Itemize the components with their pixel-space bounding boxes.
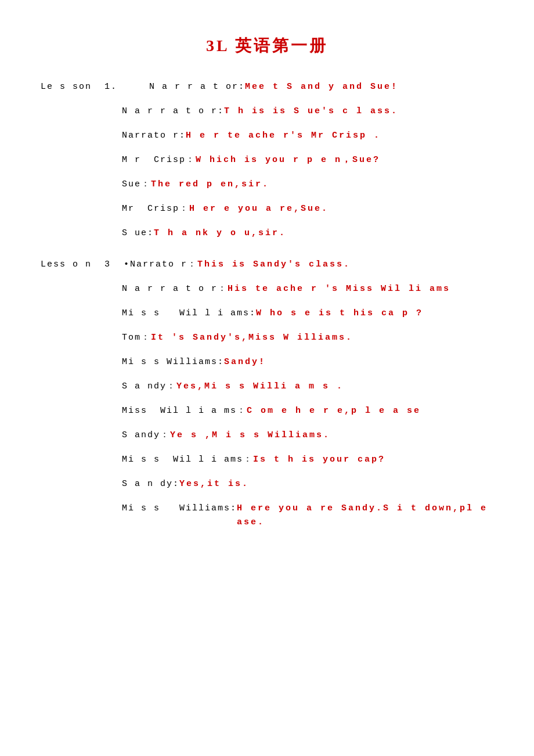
lesson3-line9-label: S a n dy: [122,477,179,491]
lesson1-block: Le s son 1. N a r r a t or: Mee t S and … [41,80,493,240]
lesson3-line-3: Tom： It 's Sandy's,Miss W illiams. [122,331,493,345]
lesson3-line7-text: Ye s ,M i s s Williams. [170,429,330,442]
lesson1-line4-label: Sue： [122,178,151,192]
lesson3-line10-text: H ere you a re Sandy.S i t down,pl e ase… [237,502,493,530]
lesson3-line6-text: C om e h e r e,p l e a se [247,404,421,418]
lesson1-line-1: N a r r a t o r: T h is is S ue's c l as… [122,105,493,118]
lesson3-line5-label: S a ndy： [122,380,176,394]
lesson3-line8-label: Mi s s Wil l i ams： [122,453,253,467]
lesson3-line3-text: It 's Sandy's,Miss W illiams. [151,331,353,345]
lesson3-line7-label: S andy： [122,429,170,442]
lesson3-line6-label: Miss Wil l i a ms： [122,404,247,418]
lesson3-line2-text: W ho s e is t his ca p ? [256,307,423,321]
lesson1-line5-label: Mr Crisp： [122,202,189,216]
lesson3-line-5: S a ndy： Yes,Mi s s Willi a m s . [122,380,493,394]
lesson1-line5-text: H er e you a re,Sue. [189,202,329,216]
lesson3-block: Less o n 3 •Narrato r： This is Sandy's c… [41,258,493,530]
lesson3-line8-text: Is t h is your cap? [253,453,385,467]
lesson3-line1-text: His te ache r 's Miss Wil li ams [228,282,450,296]
lesson1-lines: N a r r a t o r: T h is is S ue's c l as… [41,105,493,240]
lesson1-line-2: Narrato r: H e r te ache r's Mr Crisp . [122,129,493,143]
lesson1-line3-label: M r Crisp： [122,153,196,167]
lesson3-line-10: Mi s s Williams: H ere you a re Sandy.S … [122,502,493,530]
lesson3-line-8: Mi s s Wil l i ams： Is t h is your cap? [122,453,493,467]
lesson1-line4-text: The red p en,sir. [151,178,269,192]
lesson3-header: Less o n 3 •Narrato r： This is Sandy's c… [41,258,493,272]
lesson1-label: Le s son 1. N a r r a t or: [41,80,245,94]
lesson1-line6-text: T h a nk y o u,sir. [154,226,286,240]
lesson3-header-text: This is Sandy's class. [197,258,351,272]
lesson1-line-6: S ue: T h a nk y o u,sir. [122,226,493,240]
lesson1-header: Le s son 1. N a r r a t or: Mee t S and … [41,80,493,94]
lesson1-line6-label: S ue: [122,226,154,240]
lesson3-line-4: Mi s s Williams: Sandy! [122,355,493,369]
lesson3-line5-text: Yes,Mi s s Willi a m s . [176,380,344,394]
page-title: 3L 英语第一册 [41,35,493,57]
lesson3-line4-text: Sandy! [224,355,266,369]
lesson3-line4-label: Mi s s Williams: [122,355,224,369]
lesson3-line9-text: Yes,it is. [179,477,249,491]
lesson3-line-7: S andy： Ye s ,M i s s Williams. [122,429,493,442]
lesson1-line1-label: N a r r a t o r: [122,105,224,118]
lesson3-line2-label: Mi s s Wil l i ams: [122,307,256,321]
lesson1-line1-text: T h is is S ue's c l ass. [224,105,398,118]
lesson3-line1-label: N a r r a t o r： [122,282,228,296]
lesson3-line-2: Mi s s Wil l i ams: W ho s e is t his ca… [122,307,493,321]
lesson3-line3-label: Tom： [122,331,151,345]
lesson3-line-9: S a n dy: Yes,it is. [122,477,493,491]
lesson1-line-3: M r Crisp： W hich is you r p e n，Sue? [122,153,493,167]
lesson1-header-text: Mee t S and y and Sue! [245,80,398,94]
lesson3-line10-label: Mi s s Williams: [122,502,237,516]
lesson3-line-6: Miss Wil l i a ms： C om e h e r e,p l e … [122,404,493,418]
lesson3-lines: N a r r a t o r： His te ache r 's Miss W… [41,282,493,530]
lesson1-line2-text: H e r te ache r's Mr Crisp . [186,129,381,143]
lesson1-line-4: Sue： The red p en,sir. [122,178,493,192]
lesson3-label: Less o n 3 •Narrato r： [41,258,197,272]
lesson1-line2-label: Narrato r: [122,129,186,143]
lesson1-line-5: Mr Crisp： H er e you a re,Sue. [122,202,493,216]
lesson3-line-1: N a r r a t o r： His te ache r 's Miss W… [122,282,493,296]
lesson1-line3-text: W hich is you r p e n，Sue? [196,153,380,167]
